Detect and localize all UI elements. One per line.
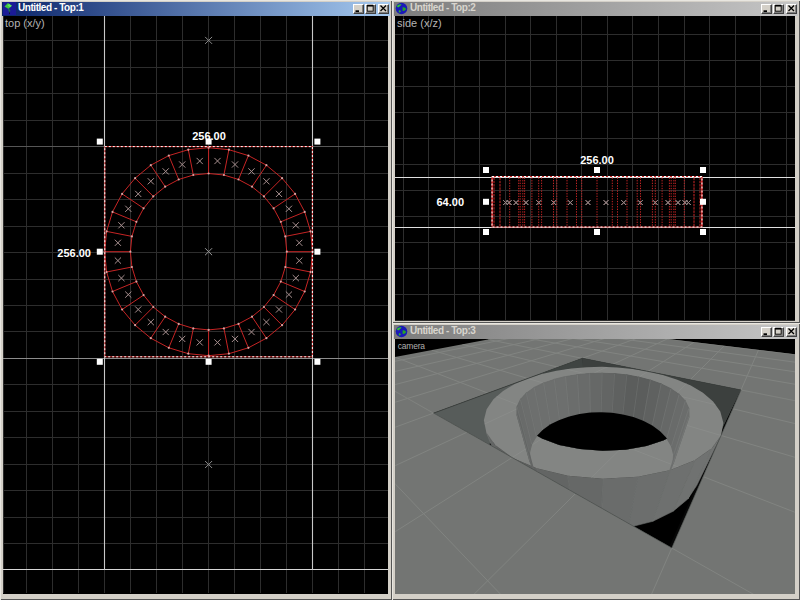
svg-text:256.00: 256.00 (192, 130, 226, 142)
svg-text:top (x/y): top (x/y) (5, 17, 45, 29)
svg-text:256.00: 256.00 (580, 154, 614, 166)
svg-text:camera: camera (398, 341, 425, 351)
svg-text:side (x/z): side (x/z) (397, 17, 442, 29)
svg-text:64.00: 64.00 (436, 196, 464, 208)
svg-text:256.00: 256.00 (57, 247, 91, 259)
